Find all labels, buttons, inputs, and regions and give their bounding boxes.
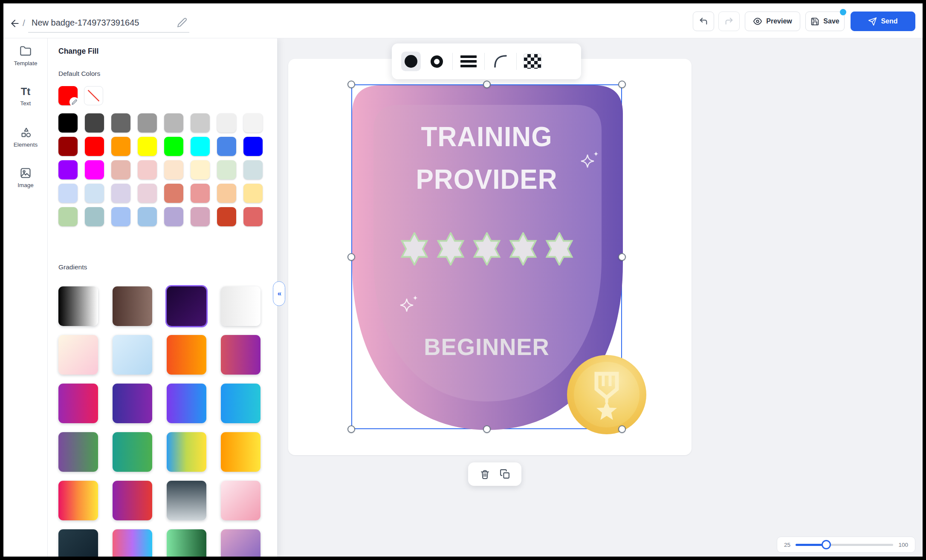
color-swatch[interactable] — [138, 113, 157, 133]
color-swatch[interactable] — [138, 184, 157, 203]
resize-handle-mid-left[interactable] — [347, 253, 355, 261]
gradient-swatch[interactable] — [221, 335, 260, 375]
gradient-swatch[interactable] — [167, 384, 206, 423]
send-button[interactable]: Send — [851, 12, 915, 31]
color-swatch[interactable] — [58, 184, 78, 203]
color-swatch[interactable] — [58, 160, 78, 179]
resize-handle-top-left[interactable] — [347, 81, 355, 88]
gradient-swatch[interactable] — [58, 529, 98, 557]
color-swatch[interactable] — [138, 160, 157, 179]
sidebar-item-elements[interactable]: Elements — [3, 127, 48, 158]
color-swatch[interactable] — [111, 207, 130, 226]
color-swatch[interactable] — [217, 207, 236, 226]
color-swatch[interactable] — [111, 137, 130, 156]
color-swatch[interactable] — [111, 160, 130, 179]
color-swatch[interactable] — [111, 113, 130, 133]
gradient-swatch[interactable] — [113, 384, 152, 423]
delete-object-button[interactable] — [480, 469, 490, 479]
color-swatch[interactable] — [85, 184, 104, 203]
color-swatch[interactable] — [191, 207, 210, 226]
save-button[interactable]: Save — [805, 12, 845, 31]
edit-title-button[interactable] — [176, 16, 188, 29]
color-swatch[interactable] — [85, 137, 104, 156]
resize-handle-top-right[interactable] — [618, 81, 626, 88]
sidebar-item-text[interactable]: Tt Text — [3, 86, 48, 117]
gradient-swatch[interactable] — [113, 335, 152, 375]
back-button[interactable] — [9, 17, 21, 30]
resize-handle-bottom-left[interactable] — [347, 425, 355, 433]
gradient-swatch[interactable] — [221, 481, 260, 520]
color-swatch[interactable] — [243, 113, 263, 133]
undo-arrow-icon — [699, 17, 708, 26]
color-swatch[interactable] — [111, 184, 130, 203]
no-fill-swatch[interactable] — [84, 86, 103, 105]
color-swatch[interactable] — [164, 160, 183, 179]
color-swatch[interactable] — [191, 137, 210, 156]
sidebar-item-image[interactable]: Image — [3, 167, 48, 198]
gradient-swatch[interactable] — [167, 335, 206, 375]
color-swatch[interactable] — [164, 137, 183, 156]
gradient-swatch[interactable] — [221, 529, 260, 557]
color-swatch[interactable] — [191, 160, 210, 179]
color-swatch[interactable] — [243, 160, 263, 179]
canvas-area[interactable]: TRAINING PROVIDER BEGINNER — [277, 38, 923, 557]
color-swatch[interactable] — [85, 160, 104, 179]
duplicate-object-button[interactable] — [500, 469, 510, 479]
color-swatch[interactable] — [217, 113, 236, 133]
gradient-swatch[interactable] — [113, 481, 152, 520]
resize-handle-top-center[interactable] — [483, 81, 491, 88]
redo-button[interactable] — [718, 12, 740, 31]
color-swatch[interactable] — [85, 113, 104, 133]
gradient-swatch[interactable] — [167, 529, 206, 557]
color-swatch[interactable] — [58, 113, 78, 133]
resize-handle-bottom-center[interactable] — [483, 425, 491, 433]
gradient-swatch[interactable] — [113, 529, 152, 557]
custom-color-swatch[interactable] — [58, 86, 78, 105]
stroke-width-button[interactable] — [459, 52, 478, 71]
document-title[interactable]: New badge-1749737391645 — [32, 18, 139, 28]
gradient-swatch[interactable] — [167, 481, 206, 520]
gradient-swatch[interactable] — [221, 432, 260, 472]
gradient-swatch[interactable] — [58, 335, 98, 375]
gradient-swatch[interactable] — [58, 286, 98, 326]
preview-button[interactable]: Preview — [745, 12, 800, 31]
color-swatch[interactable] — [243, 137, 263, 156]
gradient-swatch[interactable] — [221, 384, 260, 423]
collapse-panel-button[interactable]: « — [273, 281, 285, 306]
gradient-swatch[interactable] — [58, 432, 98, 472]
color-swatch[interactable] — [58, 137, 78, 156]
zoom-slider-thumb[interactable] — [822, 540, 831, 549]
selected-badge-object[interactable]: TRAINING PROVIDER BEGINNER — [351, 84, 622, 429]
gradient-swatch[interactable] — [113, 286, 152, 326]
gradient-swatch[interactable] — [221, 286, 260, 326]
color-swatch[interactable] — [58, 207, 78, 226]
color-swatch[interactable] — [138, 137, 157, 156]
color-swatch[interactable] — [191, 113, 210, 133]
gradient-swatch[interactable] — [113, 432, 152, 472]
color-swatch[interactable] — [164, 184, 183, 203]
color-swatch[interactable] — [138, 207, 157, 226]
color-swatch[interactable] — [85, 207, 104, 226]
color-swatch[interactable] — [243, 184, 263, 203]
sidebar-item-template[interactable]: Template — [3, 45, 48, 76]
stroke-style-button[interactable] — [427, 52, 446, 71]
gradient-swatch[interactable] — [167, 286, 206, 326]
gradient-swatch[interactable] — [167, 432, 206, 472]
gradient-swatch[interactable] — [58, 384, 98, 423]
undo-button[interactable] — [693, 12, 714, 31]
color-swatch[interactable] — [191, 184, 210, 203]
color-swatch[interactable] — [164, 207, 183, 226]
color-swatch[interactable] — [217, 184, 236, 203]
color-swatch[interactable] — [243, 207, 263, 226]
transparency-button[interactable] — [523, 52, 542, 71]
zoom-slider-track[interactable] — [796, 544, 893, 546]
color-swatch[interactable] — [217, 137, 236, 156]
no-fill-diagonal-icon — [84, 86, 103, 105]
corner-curve-button[interactable] — [491, 52, 510, 71]
color-swatch[interactable] — [164, 113, 183, 133]
fill-style-button[interactable] — [401, 52, 421, 71]
resize-handle-mid-right[interactable] — [618, 253, 626, 261]
color-swatch[interactable] — [217, 160, 236, 179]
gradient-swatch[interactable] — [58, 481, 98, 520]
resize-handle-bottom-right[interactable] — [618, 425, 626, 433]
